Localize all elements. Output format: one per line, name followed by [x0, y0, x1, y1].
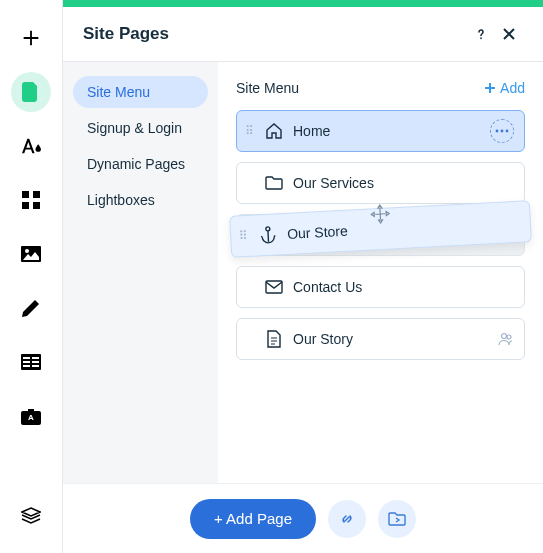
plus-small-icon — [484, 82, 496, 94]
section-header: Site Menu Add — [236, 80, 525, 96]
dots-icon — [495, 129, 509, 133]
svg-rect-11 — [23, 365, 30, 367]
svg-rect-18 — [266, 281, 282, 293]
svg-rect-12 — [32, 365, 39, 367]
svg-rect-2 — [22, 202, 29, 209]
panel-header: Site Pages — [63, 7, 543, 62]
pen-icon — [21, 298, 41, 318]
add-link-label: Add — [500, 80, 525, 96]
page-label: Our Store — [287, 214, 521, 242]
svg-point-14 — [496, 130, 499, 133]
add-button[interactable] — [11, 18, 51, 58]
svg-point-16 — [506, 130, 509, 133]
svg-point-19 — [502, 334, 507, 339]
panel-body: Site Menu Signup & Login Dynamic Pages L… — [63, 62, 543, 483]
svg-point-5 — [25, 249, 29, 253]
side-nav-lightboxes[interactable]: Lightboxes — [73, 184, 208, 216]
side-nav: Site Menu Signup & Login Dynamic Pages L… — [63, 62, 218, 483]
page-item-our-store-dragging[interactable]: ⠿ Our Store — [236, 214, 525, 256]
site-pages-panel: Site Pages Site Menu Signup & Login Dyna… — [63, 7, 543, 553]
folder-arrow-icon — [388, 511, 406, 527]
editor-button[interactable] — [11, 288, 51, 328]
content-button[interactable] — [11, 342, 51, 382]
page-label: Our Story — [293, 331, 488, 347]
page-item-our-services[interactable]: ⠿ Our Services — [236, 162, 525, 204]
close-button[interactable] — [495, 20, 523, 48]
drag-handle[interactable]: ⠿ — [245, 129, 255, 134]
page-more-button[interactable] — [490, 119, 514, 143]
move-cursor-icon — [369, 204, 390, 225]
svg-text:A: A — [28, 413, 34, 422]
side-nav-signup-login[interactable]: Signup & Login — [73, 112, 208, 144]
members-icon — [498, 332, 514, 346]
side-nav-dynamic-pages[interactable]: Dynamic Pages — [73, 148, 208, 180]
anchor-icon — [259, 225, 278, 244]
panel-title: Site Pages — [83, 24, 467, 44]
page-label: Contact Us — [293, 279, 514, 295]
layers-button[interactable] — [11, 497, 51, 537]
svg-point-15 — [501, 130, 504, 133]
theme-button[interactable] — [11, 126, 51, 166]
panel-footer: + Add Page — [63, 483, 543, 553]
grid-icon — [22, 191, 40, 209]
image-icon — [21, 246, 41, 262]
help-button[interactable] — [467, 20, 495, 48]
add-page-label: + Add Page — [214, 510, 292, 527]
page-label: Our Services — [293, 175, 514, 191]
page-label: Home — [293, 123, 480, 139]
svg-point-17 — [266, 227, 270, 231]
left-rail: A — [0, 0, 63, 553]
pages-button[interactable] — [11, 72, 51, 112]
page-list: ⠿ Home ⠿ Our Services — [236, 110, 525, 360]
top-accent-bar — [63, 0, 543, 7]
svg-rect-0 — [22, 191, 29, 198]
help-icon — [473, 26, 489, 42]
apps-button[interactable] — [11, 180, 51, 220]
table-icon — [21, 354, 41, 370]
link-page-button[interactable] — [328, 500, 366, 538]
svg-point-20 — [507, 335, 511, 339]
svg-rect-1 — [33, 191, 40, 198]
briefcase-icon: A — [21, 407, 41, 425]
link-icon — [338, 510, 356, 528]
svg-rect-10 — [32, 361, 39, 363]
svg-rect-8 — [32, 357, 39, 359]
close-icon — [502, 27, 516, 41]
section-title: Site Menu — [236, 80, 484, 96]
folder-page-button[interactable] — [378, 500, 416, 538]
page-item-contact-us[interactable]: ⠿ Contact Us — [236, 266, 525, 308]
plus-icon — [20, 27, 42, 49]
business-button[interactable]: A — [11, 396, 51, 436]
home-icon — [265, 122, 283, 140]
side-nav-site-menu[interactable]: Site Menu — [73, 76, 208, 108]
svg-rect-9 — [23, 361, 30, 363]
drag-handle[interactable]: ⠿ — [239, 233, 249, 239]
page-icon — [22, 82, 40, 102]
page-item-our-story[interactable]: ⠿ Our Story — [236, 318, 525, 360]
page-item-home[interactable]: ⠿ Home — [236, 110, 525, 152]
main-area: Site Menu Add ⠿ Home — [218, 62, 543, 483]
add-page-button[interactable]: + Add Page — [190, 499, 316, 539]
add-link[interactable]: Add — [484, 80, 525, 96]
envelope-icon — [265, 278, 283, 296]
font-drop-icon — [20, 137, 42, 155]
folder-icon — [265, 174, 283, 192]
media-button[interactable] — [11, 234, 51, 274]
document-icon — [265, 330, 283, 348]
layers-icon — [21, 507, 41, 527]
svg-rect-3 — [33, 202, 40, 209]
svg-rect-7 — [23, 357, 30, 359]
